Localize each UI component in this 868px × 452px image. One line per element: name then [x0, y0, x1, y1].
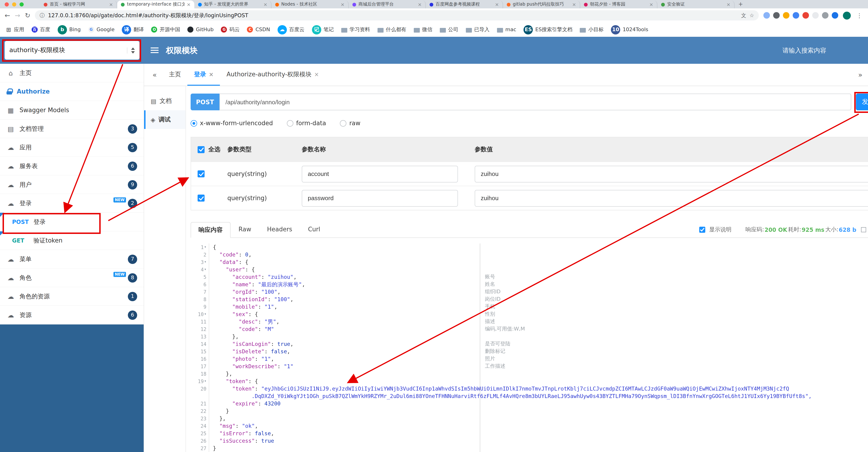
bookmark-star-icon[interactable]: ☆ — [749, 12, 754, 19]
bookmark-item[interactable]: b Bing — [58, 25, 81, 34]
fold-icon[interactable]: ▾ — [204, 377, 207, 385]
fullscreen-icon[interactable] — [861, 227, 866, 232]
bookmark-item[interactable]: 公司 — [440, 26, 458, 33]
module-select[interactable]: authority-权限模块 — [5, 41, 140, 60]
bookmark-item[interactable]: 小目标 — [580, 26, 604, 33]
send-button[interactable]: 发送 — [856, 93, 868, 110]
scroll-tabs-left-icon[interactable]: « — [147, 64, 162, 86]
param-value-input[interactable] — [475, 190, 868, 206]
sidebar-item[interactable]: ☁ 菜单 7 — [0, 250, 144, 269]
param-name-input[interactable] — [302, 166, 458, 182]
fold-icon[interactable]: ▾ — [204, 244, 207, 251]
sidebar-item[interactable]: GET 验证token — [0, 231, 144, 250]
document-tab[interactable]: 登录 × — [187, 64, 220, 86]
bookmark-item[interactable]: GitHub — [188, 27, 214, 33]
browser-tab[interactable]: 百度网盘参考视频课程 × — [426, 0, 503, 8]
close-tab-icon[interactable]: × — [264, 2, 267, 7]
sidebar-item[interactable]: ⌂ 主页 — [0, 64, 144, 82]
extension-icon[interactable] — [812, 12, 819, 19]
param-value-input[interactable] — [475, 166, 868, 182]
extension-icon[interactable] — [773, 12, 780, 19]
page-info-icon[interactable]: ⓘ — [39, 12, 44, 19]
document-tab[interactable]: 主页 — [162, 64, 187, 86]
sidebar-item[interactable]: ▦ Swagger Models — [0, 101, 144, 120]
browser-menu-icon[interactable]: ⋮ — [856, 12, 863, 19]
bookmark-item[interactable]: 学习资料 — [341, 26, 370, 33]
zoom-window-icon[interactable] — [20, 2, 24, 6]
translate-icon[interactable]: 文 — [741, 12, 746, 19]
extension-icon[interactable] — [783, 12, 789, 19]
minimize-window-icon[interactable] — [12, 2, 16, 6]
browser-tab[interactable]: Nodes - 技术社区 × — [272, 0, 349, 8]
content-type-radio[interactable]: form-data — [287, 120, 326, 126]
response-tab[interactable]: Headers — [259, 222, 300, 237]
bookmark-item[interactable]: 微信 — [414, 26, 432, 33]
fold-icon[interactable]: ▾ — [204, 310, 207, 318]
browser-tab[interactable]: 朝花夕拾 - 博客园 × — [580, 0, 657, 8]
bookmark-item[interactable]: ES ES搜索引擎文档 — [524, 25, 572, 34]
bookmark-item[interactable]: G Google — [88, 27, 115, 33]
bookmark-item[interactable]: ☁ 百度云 — [278, 25, 305, 34]
param-checkbox[interactable] — [197, 195, 205, 202]
extension-icon[interactable] — [822, 12, 829, 19]
content-type-radio[interactable]: raw — [340, 120, 361, 126]
omnibox[interactable]: ⓘ 127.0.0.1:8760/api/gate/doc.html#/auth… — [35, 10, 759, 21]
response-tab[interactable]: Curl — [300, 222, 328, 237]
bookmark-item[interactable]: C CSDN — [247, 27, 270, 33]
window-controls[interactable] — [5, 2, 24, 6]
sidebar-item[interactable]: Authorize — [0, 82, 144, 101]
response-tab[interactable]: Raw — [230, 222, 259, 237]
bookmark-item[interactable]: G 码云 — [221, 26, 240, 33]
document-tab[interactable]: Authorize-authority-权限模块 × — [220, 64, 326, 86]
close-tab-icon[interactable]: × — [418, 2, 422, 7]
scroll-tabs-right-icon[interactable]: » — [852, 64, 868, 86]
bookmark-item[interactable]: 译 翻译 — [122, 25, 144, 34]
close-tab-icon[interactable]: × — [341, 2, 344, 7]
select-all-checkbox[interactable] — [197, 146, 205, 153]
sidebar-item[interactable]: POST 登录 — [0, 213, 144, 231]
close-tab-icon[interactable]: × — [495, 2, 499, 7]
new-tab-button[interactable]: + — [738, 1, 743, 8]
url-text[interactable]: 127.0.0.1:8760/api/gate/doc.html#/author… — [48, 12, 738, 19]
sidebar-item[interactable]: ☁ 登录 NEW 2 — [0, 194, 144, 213]
sidebar-item[interactable]: ☁ 应用 5 — [0, 138, 144, 157]
sidebar-item[interactable]: ☁ 角色的资源 1 — [0, 287, 144, 306]
sidebar-item[interactable]: ☁ 服务表 6 — [0, 157, 144, 175]
sidebar-item[interactable]: ☁ 角色 NEW 8 — [0, 269, 144, 287]
show-description-checkbox[interactable] — [700, 227, 706, 233]
bookmark-item[interactable]: mac — [497, 27, 516, 33]
bookmark-item[interactable]: 百 百度 — [32, 26, 50, 33]
mini-sidebar-item[interactable]: ◈ 调试 — [144, 110, 186, 129]
bookmark-item[interactable]: 记 笔记 — [312, 25, 334, 34]
extension-icon[interactable] — [832, 12, 838, 19]
profile-avatar[interactable] — [843, 11, 851, 19]
browser-tab[interactable]: 首页 - 编程学习网 × — [40, 0, 117, 8]
back-icon[interactable]: ← — [5, 12, 10, 19]
content-type-radio[interactable]: x-www-form-urlencoded — [191, 120, 273, 126]
close-tab-icon[interactable]: × — [209, 64, 213, 85]
extension-icon[interactable] — [793, 12, 799, 19]
reload-icon[interactable]: ↻ — [25, 12, 30, 19]
browser-tab[interactable]: 安全验证 × — [657, 0, 735, 8]
param-name-input[interactable] — [302, 190, 458, 206]
browser-tab[interactable]: temporary-interface 接口文档 × — [117, 0, 194, 8]
bookmark-item[interactable]: 已导入 — [466, 26, 490, 33]
bookmark-item[interactable]: 10 1024Tools — [611, 25, 648, 34]
browser-tab[interactable]: gitlab push代码拉取技巧 × — [503, 0, 580, 8]
param-checkbox[interactable] — [197, 170, 205, 177]
sidebar-item[interactable]: ☁ 用户 9 — [0, 175, 144, 194]
fold-icon[interactable]: ▾ — [204, 266, 207, 273]
fold-icon[interactable]: ▾ — [204, 258, 207, 266]
bookmark-item[interactable]: 什么都有 — [377, 26, 406, 33]
hamburger-menu-icon[interactable] — [151, 50, 158, 51]
mini-sidebar-item[interactable]: ▤ 文档 — [144, 92, 186, 110]
browser-tab[interactable]: 商城后台管理平台 × — [349, 0, 426, 8]
close-tab-icon[interactable]: × — [314, 64, 319, 85]
close-tab-icon[interactable]: × — [187, 2, 191, 7]
bookmark-item[interactable]: ⊞ 应用 — [6, 26, 24, 33]
extension-icon[interactable] — [764, 12, 770, 19]
sidebar-item[interactable]: ☁ 资源 6 — [0, 306, 144, 324]
bookmark-item[interactable]: O 开源中国 — [151, 26, 180, 33]
extension-icon[interactable] — [802, 12, 809, 19]
close-tab-icon[interactable]: × — [109, 2, 113, 7]
